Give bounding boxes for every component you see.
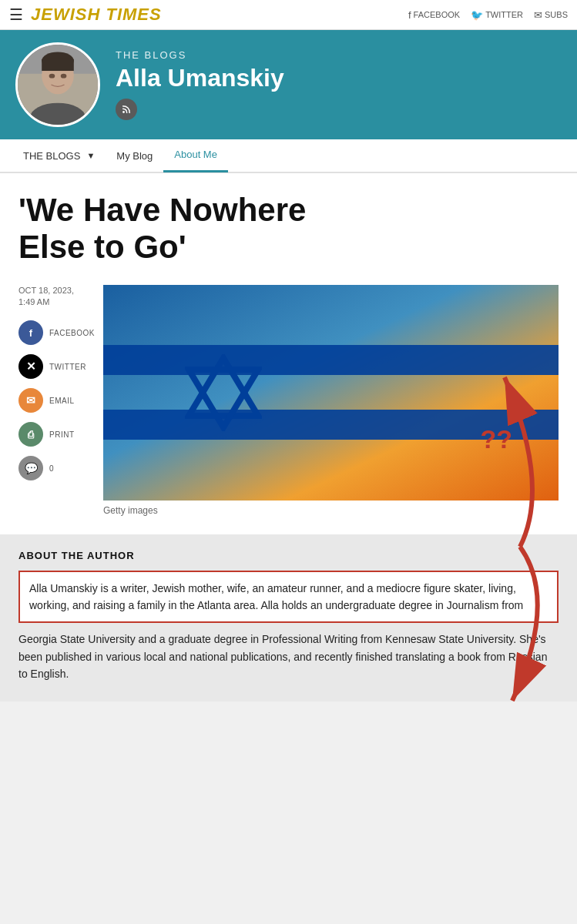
article-date: OCT 18, 2023, 1:49 AM — [18, 285, 88, 309]
email-share-button[interactable]: ✉ EMAIL — [18, 388, 88, 413]
top-bar: ☰ JEWISH TIMES f FACEBOOK 🐦 TWITTER ✉ SU… — [0, 0, 577, 30]
facebook-share-icon: f — [18, 320, 43, 345]
chevron-down-icon: ▼ — [86, 151, 95, 160]
comments-icon: 💬 — [18, 456, 43, 480]
twitter-icon: 🐦 — [471, 9, 483, 21]
blogs-label: THE BLOGS — [116, 49, 284, 61]
article-image: ?? — [103, 285, 559, 500]
print-share-icon: ⎙ — [18, 422, 43, 447]
nav-bar: THE BLOGS ▼ My Blog About Me — [0, 139, 577, 173]
about-author-highlighted-box: Alla Umanskiy is a writer, Jewish mother… — [18, 571, 559, 624]
facebook-share-label: FACEBOOK — [49, 329, 95, 337]
author-name: Alla Umanskiy — [116, 64, 284, 92]
print-share-label: PRINT — [49, 430, 75, 439]
article-body: OCT 18, 2023, 1:49 AM f FACEBOOK ✕ TWITT… — [18, 285, 559, 516]
author-info: THE BLOGS Alla Umanskiy — [116, 49, 284, 120]
svg-rect-5 — [42, 59, 74, 71]
image-caption: Getty images — [103, 505, 559, 516]
question-marks: ?? — [480, 424, 512, 454]
top-social-links: f FACEBOOK 🐦 TWITTER ✉ SUBS — [408, 9, 568, 21]
nav-item-about-me[interactable]: About Me — [163, 139, 228, 172]
site-title: JEWISH TIMES — [31, 5, 162, 25]
nav-item-my-blog[interactable]: My Blog — [106, 139, 163, 172]
article-image-area: ?? Getty images — [103, 285, 559, 516]
nav-blogs-label: THE BLOGS — [23, 150, 80, 162]
facebook-header-link[interactable]: f FACEBOOK — [408, 9, 460, 21]
email-share-icon: ✉ — [18, 388, 43, 413]
article-title: 'We Have Nowhere Else to Go' — [18, 192, 342, 266]
about-author-title: ABOUT THE AUTHOR — [18, 550, 559, 561]
email-share-label: EMAIL — [49, 397, 75, 405]
rss-button[interactable] — [116, 99, 137, 120]
main-content: 'We Have Nowhere Else to Go' OCT 18, 202… — [0, 173, 577, 534]
share-sidebar: OCT 18, 2023, 1:49 AM f FACEBOOK ✕ TWITT… — [18, 285, 88, 516]
author-banner: THE BLOGS Alla Umanskiy — [0, 30, 577, 139]
nav-item-the-blogs[interactable]: THE BLOGS ▼ — [12, 139, 106, 172]
twitter-share-button[interactable]: ✕ TWITTER — [18, 354, 88, 379]
subscribe-header-link[interactable]: ✉ SUBS — [534, 9, 568, 21]
twitter-header-link[interactable]: 🐦 TWITTER — [471, 9, 523, 21]
rss-icon — [121, 104, 132, 115]
star-of-david — [185, 354, 262, 431]
author-avatar — [15, 42, 100, 127]
flag-stripe-top — [103, 345, 559, 375]
flag-container: ?? — [103, 285, 559, 500]
twitter-share-icon: ✕ — [18, 354, 43, 379]
twitter-label: TWITTER — [485, 10, 523, 19]
about-author-continuation-text: Georgia State University and a graduate … — [18, 623, 559, 682]
about-section: ABOUT THE AUTHOR Alla Umanskiy is a writ… — [0, 534, 577, 701]
about-author-highlighted-text: Alla Umanskiy is a writer, Jewish mother… — [29, 580, 548, 614]
facebook-label: FACEBOOK — [414, 10, 461, 19]
email-icon: ✉ — [534, 9, 542, 21]
facebook-icon: f — [408, 9, 411, 21]
print-share-button[interactable]: ⎙ PRINT — [18, 422, 88, 447]
svg-point-8 — [122, 111, 125, 113]
comments-button[interactable]: 💬 0 — [18, 456, 88, 480]
svg-point-7 — [61, 74, 67, 79]
comments-count: 0 — [49, 464, 54, 473]
hamburger-menu[interactable]: ☰ — [9, 5, 23, 24]
subscribe-label: SUBS — [545, 10, 568, 19]
twitter-share-label: TWITTER — [49, 363, 86, 371]
facebook-share-button[interactable]: f FACEBOOK — [18, 320, 88, 345]
svg-point-6 — [49, 74, 55, 79]
